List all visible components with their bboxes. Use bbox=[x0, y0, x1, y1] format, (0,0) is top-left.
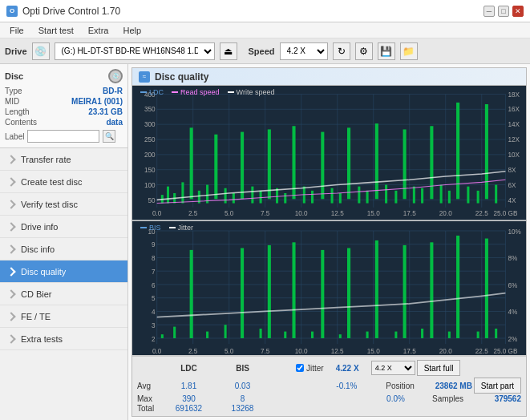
max-ldc-value: 390 bbox=[163, 394, 215, 403]
stats-area: LDC BIS Jitter 4.22 X 4.2 X Start full A… bbox=[132, 356, 526, 416]
sidebar-item-extra-tests[interactable]: Extra tests bbox=[0, 328, 127, 350]
svg-rect-150 bbox=[421, 329, 423, 338]
bis-legend-dot bbox=[140, 227, 147, 228]
quality-icon: ≈ bbox=[139, 71, 150, 83]
svg-text:6: 6 bbox=[152, 280, 156, 289]
verify-test-disc-arrow bbox=[6, 200, 15, 208]
read-speed-legend-item: Read speed bbox=[172, 88, 220, 96]
menu-file[interactable]: File bbox=[3, 22, 30, 38]
cd-bier-arrow bbox=[6, 289, 15, 298]
sidebar-item-create-test-disc[interactable]: Create test disc bbox=[0, 171, 127, 193]
svg-rect-73 bbox=[385, 185, 387, 204]
stats-headers-row: LDC BIS Jitter 4.22 X 4.2 X Start full bbox=[137, 360, 521, 376]
svg-text:100: 100 bbox=[144, 182, 156, 189]
disc-icon: 💿 bbox=[108, 69, 123, 83]
start-full-button[interactable]: Start full bbox=[417, 360, 461, 376]
bis-chart: BIS Jitter bbox=[132, 221, 526, 357]
svg-text:12.5: 12.5 bbox=[331, 210, 344, 217]
menu-help[interactable]: Help bbox=[116, 22, 148, 38]
contents-value: data bbox=[106, 118, 123, 127]
svg-text:12X: 12X bbox=[508, 136, 520, 143]
svg-rect-144 bbox=[339, 334, 342, 338]
svg-rect-58 bbox=[251, 187, 253, 204]
svg-text:5: 5 bbox=[152, 293, 156, 302]
maximize-button[interactable]: □ bbox=[498, 6, 509, 17]
svg-text:7.5: 7.5 bbox=[261, 210, 270, 217]
mid-label: MID bbox=[5, 97, 19, 106]
samples-value: 379562 bbox=[465, 394, 521, 403]
svg-text:2.5: 2.5 bbox=[188, 210, 198, 217]
max-label: Max bbox=[137, 394, 161, 403]
type-value: BD-R bbox=[103, 87, 123, 95]
total-bis-value: 13268 bbox=[216, 404, 269, 413]
sidebar-item-disc-quality[interactable]: Disc quality bbox=[0, 260, 127, 283]
svg-text:0.0: 0.0 bbox=[152, 210, 162, 217]
svg-rect-51 bbox=[190, 127, 193, 199]
sidebar-item-transfer-rate[interactable]: Transfer rate bbox=[0, 148, 127, 171]
bis-chart-svg: 10 9 8 7 6 5 4 3 2 10% bbox=[132, 221, 526, 356]
close-button[interactable]: ✕ bbox=[512, 6, 524, 17]
read-speed-legend-dot bbox=[172, 91, 178, 93]
svg-rect-133 bbox=[173, 326, 176, 337]
svg-text:2.5: 2.5 bbox=[188, 346, 197, 355]
speed-select-stats[interactable]: 4.2 X bbox=[371, 361, 415, 375]
sidebar-item-verify-test-disc[interactable]: Verify test disc bbox=[0, 193, 127, 216]
svg-rect-142 bbox=[311, 331, 314, 337]
svg-text:8: 8 bbox=[152, 253, 156, 262]
svg-rect-152 bbox=[448, 331, 451, 337]
speed-select-toolbar[interactable]: 4.2 X bbox=[280, 42, 328, 60]
save-button[interactable]: 📁 bbox=[400, 42, 418, 60]
svg-rect-143 bbox=[321, 249, 324, 337]
svg-text:0.0: 0.0 bbox=[152, 346, 161, 355]
transfer-rate-label: Transfer rate bbox=[21, 155, 71, 164]
drive-select[interactable]: (G:) HL-DT-ST BD-RE WH16NS48 1.D3 bbox=[55, 42, 215, 60]
write-speed-legend-label: Write speed bbox=[237, 88, 275, 96]
svg-rect-145 bbox=[347, 248, 350, 337]
svg-text:18X: 18X bbox=[508, 91, 520, 99]
svg-text:6X: 6X bbox=[508, 182, 516, 189]
sidebar-item-drive-info[interactable]: Drive info bbox=[0, 216, 127, 238]
disc-label-input[interactable] bbox=[27, 130, 99, 143]
max-bis-value: 8 bbox=[216, 394, 269, 403]
titlebar: O Opti Drive Control 1.70 ─ □ ✕ bbox=[0, 0, 530, 22]
refresh-button[interactable]: ↻ bbox=[333, 42, 350, 60]
svg-rect-83 bbox=[477, 191, 479, 204]
samples-label: Samples bbox=[423, 394, 463, 403]
svg-rect-85 bbox=[495, 185, 497, 204]
length-label: Length bbox=[5, 107, 30, 116]
eject-button[interactable]: ⏏ bbox=[220, 42, 237, 60]
svg-rect-72 bbox=[375, 123, 378, 199]
svg-rect-137 bbox=[241, 248, 244, 337]
length-value: 23.31 GB bbox=[88, 107, 123, 116]
sidebar-item-fe-te[interactable]: FE / TE bbox=[0, 305, 127, 328]
svg-rect-48 bbox=[167, 187, 169, 204]
svg-rect-134 bbox=[190, 249, 193, 337]
jitter-checkbox[interactable] bbox=[296, 364, 304, 372]
position-value: 23862 MB bbox=[416, 382, 472, 390]
mid-value: MEIRA1 (001) bbox=[71, 97, 123, 106]
disc-label-search-button[interactable]: 🔍 bbox=[103, 130, 115, 143]
menubar: File Start test Extra Help bbox=[0, 22, 530, 38]
svg-rect-82 bbox=[467, 187, 469, 204]
jitter-legend-item: Jitter bbox=[169, 224, 194, 232]
svg-rect-149 bbox=[403, 244, 407, 337]
svg-rect-59 bbox=[260, 191, 262, 204]
menu-start-test[interactable]: Start test bbox=[32, 22, 80, 38]
sidebar-item-cd-bier[interactable]: CD Bier bbox=[0, 283, 127, 305]
menu-extra[interactable]: Extra bbox=[82, 22, 115, 38]
ldc-chart-legend: LDC Read speed Write speed bbox=[140, 88, 274, 96]
ldc-chart: LDC Read speed Write speed bbox=[132, 86, 526, 221]
disc-panel-title: Disc bbox=[5, 71, 23, 81]
svg-text:350: 350 bbox=[144, 106, 156, 113]
drive-label: Drive bbox=[5, 46, 27, 56]
svg-rect-135 bbox=[206, 331, 208, 337]
minimize-button[interactable]: ─ bbox=[483, 6, 495, 17]
svg-rect-138 bbox=[260, 329, 262, 338]
settings-button[interactable]: ⚙ bbox=[355, 42, 373, 60]
svg-text:12.5: 12.5 bbox=[331, 346, 344, 355]
sidebar-item-disc-info[interactable]: Disc info bbox=[0, 238, 127, 260]
speed-label: Speed bbox=[249, 46, 275, 56]
disc-button[interactable]: 💾 bbox=[378, 42, 395, 60]
jitter-legend-label: Jitter bbox=[178, 224, 194, 232]
start-part-button[interactable]: Start part bbox=[474, 378, 521, 394]
